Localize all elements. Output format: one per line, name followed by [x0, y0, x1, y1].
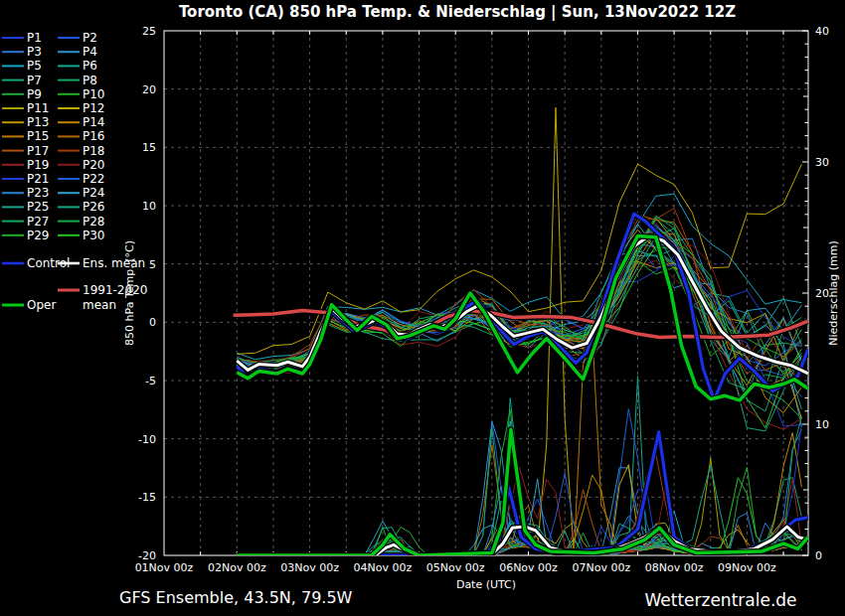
legend-member-label: P8: [83, 74, 97, 87]
right-tick-label: 40: [815, 25, 829, 38]
left-tick-label: 25: [142, 25, 156, 38]
x-tick-label: 03Nov 00z: [280, 561, 339, 574]
legend-member-label: P1: [27, 31, 42, 45]
legend-member-label: P26: [83, 200, 105, 214]
legend-member-label: P19: [27, 158, 50, 172]
x-tick-label: 08Nov 00z: [645, 561, 704, 574]
left-tick-label: -5: [145, 375, 156, 387]
right-axis-title: Niederschlag (mm): [827, 240, 840, 345]
legend-member-label: P30: [83, 229, 105, 242]
left-axis-title: 850 hPa Temp. (°C): [123, 240, 136, 346]
legend-member-label: P2: [83, 31, 97, 45]
legend-member-label: P10: [83, 87, 105, 101]
x-tick-label: 05Nov 00z: [426, 561, 485, 574]
x-tick-label: 06Nov 00z: [499, 561, 558, 574]
legend-member-label: P12: [83, 101, 105, 115]
x-tick-label: 09Nov 00z: [718, 561, 776, 574]
ensemble-meteogram-chart: Toronto (CA) 850 hPa Temp. & Niederschla…: [0, 0, 845, 616]
legend-member-label: P3: [27, 45, 42, 59]
legend-member-label: P14: [83, 115, 105, 129]
x-tick-label: 07Nov 00z: [572, 561, 630, 574]
x-axis-title: Date (UTC): [456, 578, 516, 591]
footer-model-info: GFS Ensemble, 43.5N, 79.5W: [119, 588, 353, 607]
legend-member-label: P23: [27, 186, 50, 200]
left-tick-label: 20: [142, 83, 156, 96]
legend-climate-label-line1: 1991-2020: [83, 283, 147, 297]
right-tick-label: 0: [815, 549, 822, 562]
meteogram-page: Toronto (CA) 850 hPa Temp. & Niederschla…: [0, 0, 845, 616]
legend-member-label: P25: [27, 200, 50, 214]
x-tick-label: 01Nov 00z: [135, 561, 194, 574]
legend-member-label: P17: [27, 144, 50, 158]
legend-member-label: P28: [83, 215, 105, 229]
legend-climate-label-line2: mean: [83, 298, 116, 312]
legend-member-label: P6: [83, 59, 97, 73]
legend-member-label: P5: [27, 59, 42, 73]
legend-member-label: P22: [83, 172, 105, 186]
legend-member-label: P4: [83, 45, 97, 59]
legend-member-label: P11: [27, 101, 50, 115]
left-tick-label: 0: [149, 316, 156, 329]
left-tick-label: -10: [138, 433, 156, 446]
legend-member-label: P27: [27, 215, 50, 229]
left-tick-label: 10: [142, 200, 156, 213]
x-tick-label: 02Nov 00z: [208, 561, 266, 574]
page-title: Toronto (CA) 850 hPa Temp. & Niederschla…: [179, 3, 736, 22]
legend-member-label: P16: [83, 129, 105, 143]
legend-member-label: P21: [27, 172, 50, 186]
left-tick-label: 5: [149, 258, 156, 271]
legend-oper-label: Oper: [27, 298, 56, 312]
legend-member-label: P7: [27, 74, 42, 87]
legend-member-label: P9: [27, 87, 42, 101]
legend-member-label: P13: [27, 115, 50, 129]
left-tick-label: 15: [142, 141, 156, 154]
right-tick-label: 10: [815, 418, 829, 431]
footer-branding: Wetterzentrale.de: [644, 590, 796, 610]
legend-member-label: P24: [83, 186, 105, 200]
right-tick-label: 30: [815, 156, 829, 169]
legend-member-label: P29: [27, 229, 50, 242]
x-tick-label: 04Nov 00z: [354, 561, 413, 574]
legend-member-label: P15: [27, 129, 50, 143]
legend-member-label: P18: [83, 144, 105, 158]
legend-member-label: P20: [83, 158, 105, 172]
left-tick-label: -15: [138, 491, 156, 504]
